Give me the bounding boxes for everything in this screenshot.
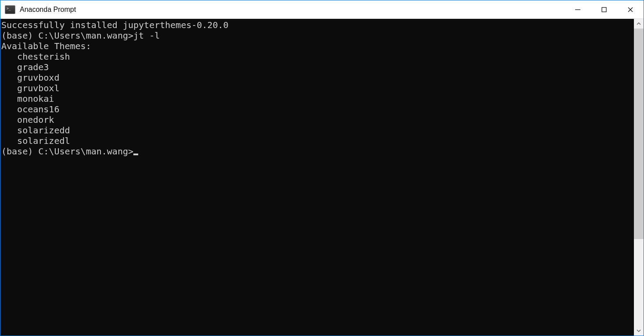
scrollbar-down-button[interactable] — [634, 326, 644, 336]
terminal-prompt: (base) C:\Users\man.wang> — [1, 146, 133, 157]
titlebar[interactable]: Anaconda Prompt — [0, 0, 644, 19]
minimize-button[interactable] — [565, 0, 591, 18]
close-button[interactable] — [617, 0, 644, 18]
maximize-button[interactable] — [591, 0, 617, 18]
terminal-line: (base) C:\Users\man.wang>jt -l — [1, 30, 634, 41]
close-icon — [627, 7, 633, 13]
terminal-line: monokai — [1, 93, 634, 104]
minimize-icon — [575, 7, 581, 13]
terminal-line: solarizedd — [1, 125, 634, 136]
app-icon — [5, 5, 15, 14]
terminal[interactable]: Successfully installed jupyterthemes-0.2… — [0, 19, 634, 336]
scrollbar-track[interactable] — [634, 29, 644, 326]
scrollbar-thumb[interactable] — [634, 29, 644, 239]
terminal-line: chesterish — [1, 51, 634, 62]
terminal-line: Available Themes: — [1, 41, 634, 51]
terminal-line: solarizedl — [1, 136, 634, 146]
window-title: Anaconda Prompt — [20, 6, 565, 14]
chevron-down-icon — [637, 329, 641, 333]
maximize-icon — [601, 7, 607, 13]
terminal-line: grade3 — [1, 62, 634, 72]
scrollbar[interactable] — [634, 19, 644, 336]
terminal-line: onedork — [1, 114, 634, 125]
content-area: Successfully installed jupyterthemes-0.2… — [0, 19, 644, 336]
window-controls — [565, 0, 644, 18]
svg-rect-1 — [602, 7, 606, 12]
terminal-line: gruvboxd — [1, 72, 634, 83]
scrollbar-up-button[interactable] — [634, 19, 644, 29]
terminal-line: oceans16 — [1, 104, 634, 114]
window: Anaconda Prompt Successfully installed j — [0, 0, 644, 336]
terminal-cursor — [133, 154, 138, 155]
terminal-line: gruvboxl — [1, 83, 634, 93]
terminal-line: Successfully installed jupyterthemes-0.2… — [1, 20, 634, 30]
terminal-prompt-line: (base) C:\Users\man.wang> — [1, 146, 634, 157]
chevron-up-icon — [637, 21, 641, 26]
